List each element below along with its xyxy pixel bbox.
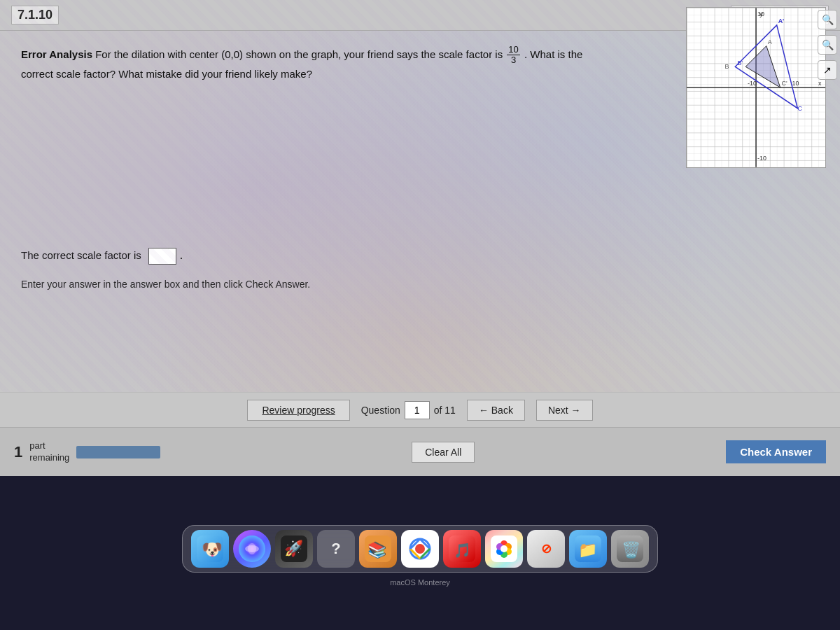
- error-analysis-label: Error Analysis: [21, 48, 92, 60]
- answer-area: The correct scale factor is .: [0, 241, 840, 272]
- dock-chrome-icon[interactable]: [401, 530, 439, 568]
- part-label-2: remaining: [29, 452, 69, 464]
- instructions: Enter your answer in the answer box and …: [0, 272, 840, 295]
- review-progress-button[interactable]: Review progress: [247, 400, 349, 421]
- svg-text:📁: 📁: [578, 540, 598, 559]
- section-label: 7.1.10: [11, 6, 59, 24]
- fraction-display: 10 3: [507, 45, 519, 66]
- question-total: of 11: [434, 405, 456, 416]
- svg-point-22: [248, 543, 256, 554]
- dock-photos-icon[interactable]: [485, 530, 523, 568]
- question-text-part1: For the dilation with center (0,0) shown…: [95, 48, 503, 60]
- clear-all-button[interactable]: Clear All: [412, 442, 475, 463]
- dock-noproxy-icon[interactable]: ⊘: [527, 530, 565, 568]
- macos-version: macOS Monterey: [390, 578, 450, 587]
- dock-help-icon[interactable]: ?: [317, 530, 355, 568]
- question-label: Question: [361, 405, 400, 416]
- fraction-denominator: 3: [510, 55, 517, 65]
- answer-input[interactable]: [148, 248, 176, 265]
- bottom-bar: 1 part remaining Clear All Check Answer: [0, 427, 840, 476]
- main-content: 7.1.10 Question Help ▼ y x: [0, 0, 840, 476]
- fraction-numerator: 10: [507, 45, 519, 55]
- nav-bar: Review progress Question of 11 ← Back Ne…: [0, 392, 840, 427]
- macos-dock-area: 🐶 🚀: [0, 518, 840, 630]
- svg-text:🎵: 🎵: [454, 542, 471, 559]
- dock-launchpad-icon[interactable]: 🚀: [275, 530, 313, 568]
- question-body: Error Analysis For the dilation with cen…: [0, 31, 840, 241]
- dock-trash-icon[interactable]: 🗑️: [611, 530, 649, 568]
- svg-text:🚀: 🚀: [284, 539, 304, 558]
- instruction-text: Enter your answer in the answer box and …: [21, 279, 310, 290]
- dock-myapp-icon[interactable]: 📚: [359, 530, 397, 568]
- answer-period: .: [180, 249, 183, 261]
- part-label-1: part: [29, 440, 69, 452]
- check-answer-button[interactable]: Check Answer: [726, 440, 826, 463]
- next-button[interactable]: Next →: [536, 400, 593, 421]
- dock-bar: 🐶 🚀: [182, 525, 658, 573]
- svg-text:🗑️: 🗑️: [622, 540, 641, 559]
- dock-music-icon[interactable]: 🎵: [443, 530, 481, 568]
- part-number: 1: [14, 443, 22, 461]
- parts-info: 1 part remaining: [14, 440, 160, 464]
- answer-prefix: The correct scale factor is: [21, 249, 141, 261]
- svg-point-39: [500, 545, 507, 552]
- svg-text:A': A': [778, 18, 785, 24]
- dock-folder-icon[interactable]: 📁: [569, 530, 607, 568]
- svg-point-29: [415, 544, 425, 554]
- question-text: Error Analysis For the dilation with cen…: [21, 45, 595, 83]
- question-navigation: Question of 11: [361, 401, 456, 419]
- question-number-input[interactable]: [405, 401, 430, 419]
- svg-text:📚: 📚: [368, 540, 387, 559]
- svg-text:🐶: 🐶: [202, 539, 223, 559]
- part-label: part remaining: [29, 440, 69, 464]
- dock-finder-icon[interactable]: 🐶: [191, 530, 229, 568]
- search-icon[interactable]: 🔍: [818, 10, 837, 29]
- svg-text:10: 10: [757, 10, 764, 18]
- progress-bar: [76, 446, 160, 458]
- back-button[interactable]: ← Back: [467, 400, 525, 421]
- dock-siri-icon[interactable]: [233, 530, 271, 568]
